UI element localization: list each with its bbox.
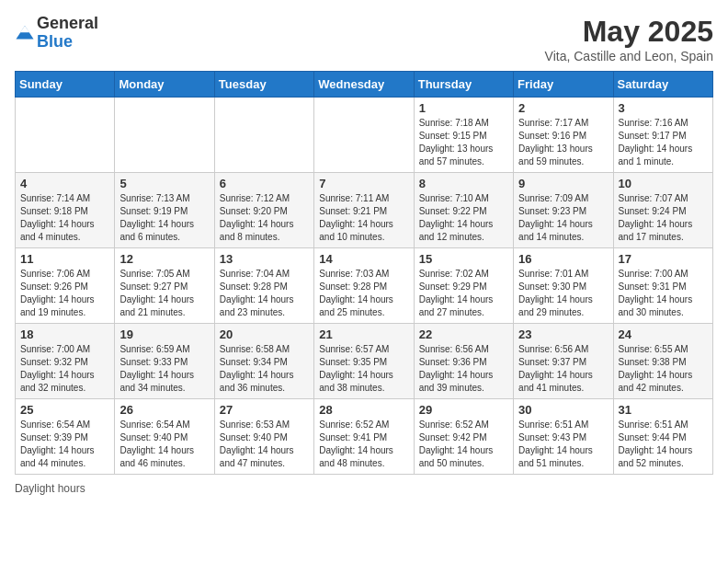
- day-number: 30: [518, 403, 608, 417]
- calendar-day-cell: 30Sunrise: 6:51 AM Sunset: 9:43 PM Dayli…: [514, 399, 613, 475]
- day-info: Sunrise: 7:16 AM Sunset: 9:17 PM Dayligh…: [619, 117, 708, 168]
- day-number: 12: [119, 252, 209, 266]
- day-info: Sunrise: 6:52 AM Sunset: 9:42 PM Dayligh…: [419, 419, 508, 470]
- day-info: Sunrise: 7:14 AM Sunset: 9:18 PM Dayligh…: [20, 192, 109, 244]
- day-number: 2: [518, 101, 608, 115]
- day-number: 21: [319, 327, 408, 341]
- calendar-day-cell: 25Sunrise: 6:54 AM Sunset: 9:39 PM Dayli…: [16, 399, 115, 475]
- calendar-day-cell: 18Sunrise: 7:00 AM Sunset: 9:32 PM Dayli…: [16, 324, 115, 399]
- calendar-day-header: Saturday: [613, 72, 712, 98]
- calendar-day-cell: 23Sunrise: 6:56 AM Sunset: 9:37 PM Dayli…: [514, 324, 613, 399]
- day-info: Sunrise: 7:01 AM Sunset: 9:30 PM Dayligh…: [518, 268, 608, 319]
- logo-blue-text: Blue: [37, 33, 98, 52]
- calendar-week-row: 1Sunrise: 7:18 AM Sunset: 9:15 PM Daylig…: [16, 98, 713, 173]
- day-info: Sunrise: 7:10 AM Sunset: 9:22 PM Dayligh…: [419, 192, 508, 244]
- day-info: Sunrise: 6:57 AM Sunset: 9:35 PM Dayligh…: [319, 343, 408, 395]
- calendar-day-cell: 12Sunrise: 7:05 AM Sunset: 9:27 PM Dayli…: [115, 248, 214, 324]
- calendar-day-header: Tuesday: [214, 72, 313, 98]
- calendar-header-row: SundayMondayTuesdayWednesdayThursdayFrid…: [16, 72, 713, 98]
- day-info: Sunrise: 6:51 AM Sunset: 9:44 PM Dayligh…: [619, 419, 708, 470]
- page-header: General Blue May 2025 Vita, Castille and…: [15, 15, 713, 63]
- day-number: 4: [20, 177, 109, 190]
- calendar-day-cell: 8Sunrise: 7:10 AM Sunset: 9:22 PM Daylig…: [414, 173, 513, 248]
- day-number: 25: [20, 403, 109, 417]
- day-info: Sunrise: 6:58 AM Sunset: 9:34 PM Dayligh…: [220, 343, 309, 395]
- calendar-day-header: Sunday: [16, 72, 115, 98]
- day-info: Sunrise: 6:55 AM Sunset: 9:38 PM Dayligh…: [619, 343, 708, 395]
- day-number: 6: [220, 177, 309, 190]
- day-number: 17: [619, 252, 708, 266]
- calendar-day-cell: [214, 98, 313, 173]
- title-block: May 2025 Vita, Castille and Leon, Spain: [545, 15, 713, 63]
- day-info: Sunrise: 7:02 AM Sunset: 9:29 PM Dayligh…: [419, 268, 508, 319]
- calendar-week-row: 18Sunrise: 7:00 AM Sunset: 9:32 PM Dayli…: [16, 324, 713, 399]
- calendar-day-cell: 11Sunrise: 7:06 AM Sunset: 9:26 PM Dayli…: [16, 248, 115, 324]
- day-info: Sunrise: 7:00 AM Sunset: 9:31 PM Dayligh…: [619, 268, 708, 319]
- day-number: 26: [119, 403, 209, 417]
- calendar-week-row: 4Sunrise: 7:14 AM Sunset: 9:18 PM Daylig…: [16, 173, 713, 248]
- calendar-day-cell: 4Sunrise: 7:14 AM Sunset: 9:18 PM Daylig…: [16, 173, 115, 248]
- month-title: May 2025: [545, 15, 713, 49]
- svg-marker-1: [20, 26, 29, 32]
- day-number: 13: [220, 252, 309, 266]
- day-number: 19: [119, 327, 209, 341]
- day-number: 1: [419, 101, 508, 115]
- day-number: 20: [220, 327, 309, 341]
- calendar-day-header: Friday: [514, 72, 613, 98]
- day-info: Sunrise: 6:54 AM Sunset: 9:39 PM Dayligh…: [20, 419, 109, 470]
- day-info: Sunrise: 7:09 AM Sunset: 9:23 PM Dayligh…: [518, 192, 608, 244]
- calendar-day-cell: [314, 98, 414, 173]
- calendar-day-cell: 22Sunrise: 6:56 AM Sunset: 9:36 PM Dayli…: [414, 324, 513, 399]
- day-info: Sunrise: 7:06 AM Sunset: 9:26 PM Dayligh…: [20, 268, 109, 319]
- calendar-day-cell: 28Sunrise: 6:52 AM Sunset: 9:41 PM Dayli…: [314, 399, 414, 475]
- day-info: Sunrise: 7:05 AM Sunset: 9:27 PM Dayligh…: [119, 268, 209, 319]
- day-number: 23: [518, 327, 608, 341]
- day-info: Sunrise: 6:53 AM Sunset: 9:40 PM Dayligh…: [220, 419, 309, 470]
- calendar-day-cell: 19Sunrise: 6:59 AM Sunset: 9:33 PM Dayli…: [115, 324, 214, 399]
- calendar-day-cell: 29Sunrise: 6:52 AM Sunset: 9:42 PM Dayli…: [414, 399, 513, 475]
- day-info: Sunrise: 7:00 AM Sunset: 9:32 PM Dayligh…: [20, 343, 109, 395]
- day-info: Sunrise: 7:11 AM Sunset: 9:21 PM Dayligh…: [319, 192, 408, 244]
- calendar-day-header: Thursday: [414, 72, 513, 98]
- day-number: 7: [319, 177, 408, 190]
- day-number: 8: [419, 177, 508, 190]
- day-number: 16: [518, 252, 608, 266]
- day-number: 28: [319, 403, 408, 417]
- day-number: 31: [619, 403, 708, 417]
- calendar-day-cell: 20Sunrise: 6:58 AM Sunset: 9:34 PM Dayli…: [214, 324, 313, 399]
- calendar-day-cell: [115, 98, 214, 173]
- day-number: 9: [518, 177, 608, 190]
- day-info: Sunrise: 7:13 AM Sunset: 9:19 PM Dayligh…: [119, 192, 209, 244]
- calendar-day-header: Monday: [115, 72, 214, 98]
- day-number: 11: [20, 252, 109, 266]
- day-info: Sunrise: 7:07 AM Sunset: 9:24 PM Dayligh…: [619, 192, 708, 244]
- day-info: Sunrise: 7:12 AM Sunset: 9:20 PM Dayligh…: [220, 192, 309, 244]
- calendar-day-cell: 27Sunrise: 6:53 AM Sunset: 9:40 PM Dayli…: [214, 399, 313, 475]
- calendar-week-row: 25Sunrise: 6:54 AM Sunset: 9:39 PM Dayli…: [16, 399, 713, 475]
- calendar-day-cell: 2Sunrise: 7:17 AM Sunset: 9:16 PM Daylig…: [514, 98, 613, 173]
- calendar-day-cell: 31Sunrise: 6:51 AM Sunset: 9:44 PM Dayli…: [613, 399, 712, 475]
- day-number: 24: [619, 327, 708, 341]
- day-number: 14: [319, 252, 408, 266]
- day-number: 15: [419, 252, 508, 266]
- day-info: Sunrise: 6:51 AM Sunset: 9:43 PM Dayligh…: [518, 419, 608, 470]
- calendar-day-cell: 16Sunrise: 7:01 AM Sunset: 9:30 PM Dayli…: [514, 248, 613, 324]
- calendar-day-cell: 24Sunrise: 6:55 AM Sunset: 9:38 PM Dayli…: [613, 324, 712, 399]
- day-number: 29: [419, 403, 508, 417]
- day-info: Sunrise: 6:56 AM Sunset: 9:36 PM Dayligh…: [419, 343, 508, 395]
- day-number: 5: [119, 177, 209, 190]
- calendar-day-cell: [16, 98, 115, 173]
- day-info: Sunrise: 6:56 AM Sunset: 9:37 PM Dayligh…: [518, 343, 608, 395]
- calendar-day-cell: 26Sunrise: 6:54 AM Sunset: 9:40 PM Dayli…: [115, 399, 214, 475]
- day-number: 22: [419, 327, 508, 341]
- day-info: Sunrise: 7:04 AM Sunset: 9:28 PM Dayligh…: [220, 268, 309, 319]
- logo-general-text: General: [37, 15, 98, 33]
- calendar-day-cell: 7Sunrise: 7:11 AM Sunset: 9:21 PM Daylig…: [314, 173, 414, 248]
- calendar-day-cell: 14Sunrise: 7:03 AM Sunset: 9:28 PM Dayli…: [314, 248, 414, 324]
- calendar-day-cell: 21Sunrise: 6:57 AM Sunset: 9:35 PM Dayli…: [314, 324, 414, 399]
- logo: General Blue: [15, 15, 98, 52]
- calendar-day-cell: 13Sunrise: 7:04 AM Sunset: 9:28 PM Dayli…: [214, 248, 313, 324]
- day-number: 10: [619, 177, 708, 190]
- calendar-table: SundayMondayTuesdayWednesdayThursdayFrid…: [15, 71, 713, 475]
- day-info: Sunrise: 6:52 AM Sunset: 9:41 PM Dayligh…: [319, 419, 408, 470]
